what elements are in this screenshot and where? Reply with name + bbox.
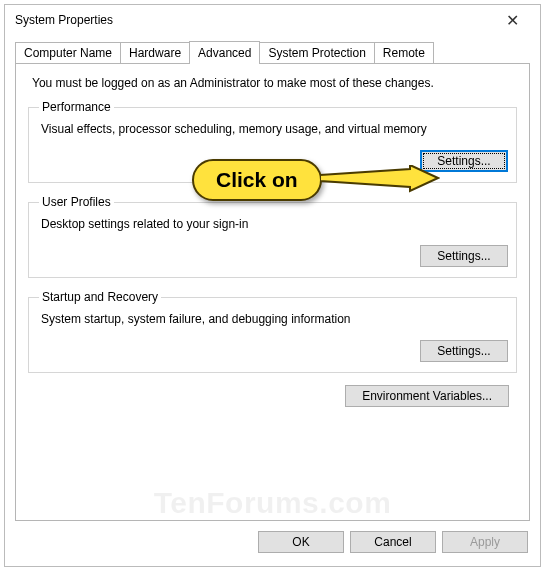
tab-advanced[interactable]: Advanced [189,41,260,64]
tab-strip: Computer Name Hardware Advanced System P… [5,35,540,63]
group-performance-legend: Performance [39,100,114,114]
environment-variables-button[interactable]: Environment Variables... [345,385,509,407]
system-properties-window: System Properties ✕ Computer Name Hardwa… [4,4,541,567]
titlebar: System Properties ✕ [5,5,540,35]
tab-panel-advanced: You must be logged on as an Administrato… [15,63,530,521]
cancel-button[interactable]: Cancel [350,531,436,553]
group-user-profiles: User Profiles Desktop settings related t… [28,195,517,278]
apply-button[interactable]: Apply [442,531,528,553]
group-user-profiles-desc: Desktop settings related to your sign-in [41,217,508,231]
tab-remote[interactable]: Remote [374,42,434,63]
tab-computer-name[interactable]: Computer Name [15,42,121,63]
group-startup-desc: System startup, system failure, and debu… [41,312,508,326]
performance-settings-button[interactable]: Settings... [420,150,508,172]
tab-system-protection[interactable]: System Protection [259,42,374,63]
window-title: System Properties [15,13,113,27]
group-performance: Performance Visual effects, processor sc… [28,100,517,183]
dialog-footer: OK Cancel Apply [5,521,540,553]
admin-notice: You must be logged on as an Administrato… [32,76,517,90]
group-startup-recovery: Startup and Recovery System startup, sys… [28,290,517,373]
user-profiles-settings-button[interactable]: Settings... [420,245,508,267]
startup-settings-button[interactable]: Settings... [420,340,508,362]
ok-button[interactable]: OK [258,531,344,553]
group-performance-desc: Visual effects, processor scheduling, me… [41,122,508,136]
group-user-profiles-legend: User Profiles [39,195,114,209]
group-startup-legend: Startup and Recovery [39,290,161,304]
close-icon[interactable]: ✕ [492,11,532,30]
tab-hardware[interactable]: Hardware [120,42,190,63]
